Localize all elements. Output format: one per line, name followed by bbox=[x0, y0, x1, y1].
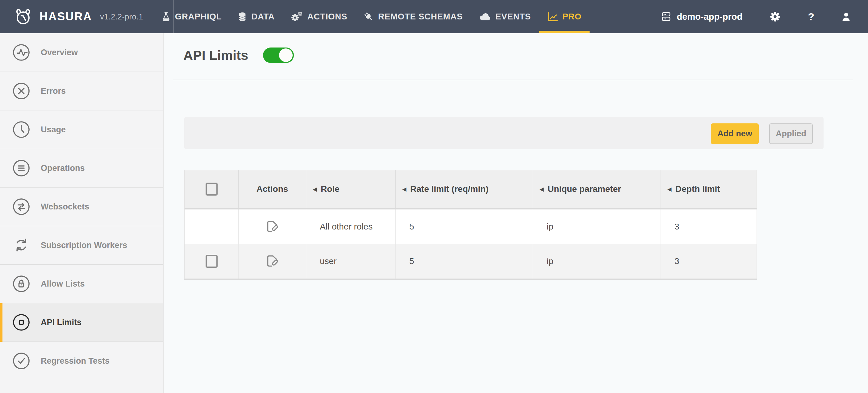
sidebar-item-label: Errors bbox=[41, 86, 66, 96]
sidebar: Overview Errors Usage Operations bbox=[0, 33, 164, 393]
sort-caret-icon[interactable]: ◂ bbox=[540, 185, 544, 193]
depth-limit-cell: 3 bbox=[661, 209, 756, 244]
table-header-row: Actions ◂ Role ◂ Rate limit (req/min) ◂ … bbox=[185, 170, 756, 209]
nav-item-label: DATA bbox=[251, 12, 275, 22]
sidebar-item-label: Websockets bbox=[41, 202, 89, 211]
user-icon[interactable] bbox=[841, 12, 851, 22]
select-all-header-cell bbox=[185, 170, 239, 208]
column-header-label: Depth limit bbox=[675, 184, 720, 194]
plug-icon bbox=[363, 11, 374, 22]
actions-cell bbox=[239, 244, 306, 279]
select-cell bbox=[185, 244, 239, 279]
edit-row-button[interactable] bbox=[264, 253, 281, 270]
sidebar-item-label: Allow Lists bbox=[41, 279, 85, 289]
help-icon[interactable]: ? bbox=[808, 11, 814, 23]
column-header-rate-limit[interactable]: ◂ Rate limit (req/min) bbox=[396, 170, 533, 208]
sidebar-item-allow-lists[interactable]: Allow Lists bbox=[0, 265, 163, 303]
unique-parameter-cell: ip bbox=[533, 209, 661, 244]
table-row: All other roles 5 ip 3 bbox=[185, 209, 756, 244]
column-header-label: Role bbox=[321, 184, 340, 194]
nav-item-actions[interactable]: ACTIONS bbox=[283, 0, 355, 33]
nav-item-remote-schemas[interactable]: REMOTE SCHEMAS bbox=[355, 0, 471, 33]
sidebar-item-websockets[interactable]: Websockets bbox=[0, 188, 163, 226]
column-header-unique-parameter[interactable]: ◂ Unique parameter bbox=[533, 170, 661, 208]
sidebar-item-usage[interactable]: Usage bbox=[0, 110, 163, 149]
actions-cell bbox=[239, 209, 306, 244]
project-switcher[interactable]: demo-app-prod bbox=[661, 11, 743, 22]
active-indicator bbox=[0, 303, 2, 342]
flask-icon bbox=[161, 12, 171, 22]
rate-limit-cell: 5 bbox=[396, 244, 533, 279]
column-header-label: Unique parameter bbox=[548, 184, 621, 194]
nav-item-events[interactable]: EVENTS bbox=[471, 0, 539, 33]
sort-caret-icon[interactable]: ◂ bbox=[668, 185, 671, 193]
sidebar-item-label: Operations bbox=[41, 163, 85, 173]
api-limits-table: Actions ◂ Role ◂ Rate limit (req/min) ◂ … bbox=[184, 170, 757, 280]
sidebar-item-api-limits[interactable]: API Limits bbox=[0, 303, 163, 342]
sidebar-item-label: Usage bbox=[41, 125, 66, 134]
table-toolbar: Add new Applied bbox=[184, 117, 824, 149]
add-new-button[interactable]: Add new bbox=[711, 123, 759, 144]
toggle-knob bbox=[279, 48, 292, 62]
chart-line-icon bbox=[547, 11, 558, 22]
edit-row-button[interactable] bbox=[264, 219, 281, 235]
title-row: API Limits bbox=[164, 33, 868, 64]
nav-item-data[interactable]: DATA bbox=[230, 0, 283, 33]
select-all-checkbox[interactable] bbox=[206, 183, 218, 196]
nav-item-label: PRO bbox=[562, 12, 582, 22]
clock-circle-icon bbox=[13, 121, 30, 138]
sidebar-item-label: Overview bbox=[41, 48, 78, 57]
gears-icon bbox=[291, 11, 303, 22]
nav-item-label: REMOTE SCHEMAS bbox=[378, 12, 463, 22]
server-icon bbox=[661, 11, 671, 22]
arrows-circle-icon bbox=[13, 198, 30, 215]
row-checkbox[interactable] bbox=[206, 255, 218, 268]
brand[interactable]: HASURA v1.2.2-pro.1 bbox=[13, 7, 143, 26]
title-divider bbox=[173, 79, 853, 80]
list-circle-icon bbox=[13, 160, 30, 177]
hasura-logo-icon bbox=[13, 7, 33, 26]
role-cell: All other roles bbox=[306, 209, 396, 244]
table-row: user 5 ip 3 bbox=[185, 244, 756, 279]
nav-item-label: ACTIONS bbox=[307, 12, 347, 22]
select-cell bbox=[185, 209, 239, 244]
page-title: API Limits bbox=[183, 47, 248, 64]
sidebar-item-overview[interactable]: Overview bbox=[0, 33, 163, 72]
column-header-actions: Actions bbox=[239, 170, 306, 208]
rate-limit-cell: 5 bbox=[396, 209, 533, 244]
nav-item-graphiql[interactable]: GRAPHIQL bbox=[153, 0, 230, 33]
main-content: API Limits Add new Applied Actions ◂ Rol… bbox=[164, 33, 868, 393]
brand-version: v1.2.2-pro.1 bbox=[100, 12, 143, 21]
sidebar-item-operations[interactable]: Operations bbox=[0, 149, 163, 188]
pro-active-underline bbox=[539, 31, 590, 33]
top-navbar: HASURA v1.2.2-pro.1 GRAPHIQL DATA bbox=[0, 0, 868, 33]
lock-circle-icon bbox=[13, 275, 30, 292]
check-circle-icon bbox=[13, 352, 30, 369]
applied-button[interactable]: Applied bbox=[769, 123, 813, 144]
unique-parameter-cell: ip bbox=[533, 244, 661, 279]
column-header-label: Rate limit (req/min) bbox=[410, 184, 489, 194]
column-header-depth-limit[interactable]: ◂ Depth limit bbox=[661, 170, 756, 208]
settings-gear-icon[interactable] bbox=[770, 11, 781, 22]
refresh-icon bbox=[13, 237, 30, 254]
sidebar-item-subscription-workers[interactable]: Subscription Workers bbox=[0, 226, 163, 265]
sidebar-item-label: API Limits bbox=[41, 318, 82, 327]
sidebar-item-regression-tests[interactable]: Regression Tests bbox=[0, 342, 163, 380]
main-nav: GRAPHIQL DATA bbox=[153, 0, 590, 33]
sidebar-item-label: Regression Tests bbox=[41, 356, 110, 366]
nav-item-label: EVENTS bbox=[495, 12, 531, 22]
project-name: demo-app-prod bbox=[677, 12, 743, 22]
sort-caret-icon[interactable]: ◂ bbox=[313, 185, 317, 193]
sidebar-item-label: Subscription Workers bbox=[41, 240, 127, 250]
square-circle-icon bbox=[13, 314, 30, 331]
sidebar-item-errors[interactable]: Errors bbox=[0, 72, 163, 110]
x-circle-icon bbox=[13, 83, 30, 100]
column-header-role[interactable]: ◂ Role bbox=[306, 170, 396, 208]
depth-limit-cell: 3 bbox=[661, 244, 756, 279]
sort-caret-icon[interactable]: ◂ bbox=[403, 185, 406, 193]
navbar-right: demo-app-prod ? bbox=[661, 11, 851, 23]
cloud-icon bbox=[479, 12, 491, 21]
nav-item-label: GRAPHIQL bbox=[175, 12, 222, 22]
nav-item-pro[interactable]: PRO bbox=[539, 0, 590, 33]
api-limits-toggle[interactable] bbox=[263, 47, 294, 63]
